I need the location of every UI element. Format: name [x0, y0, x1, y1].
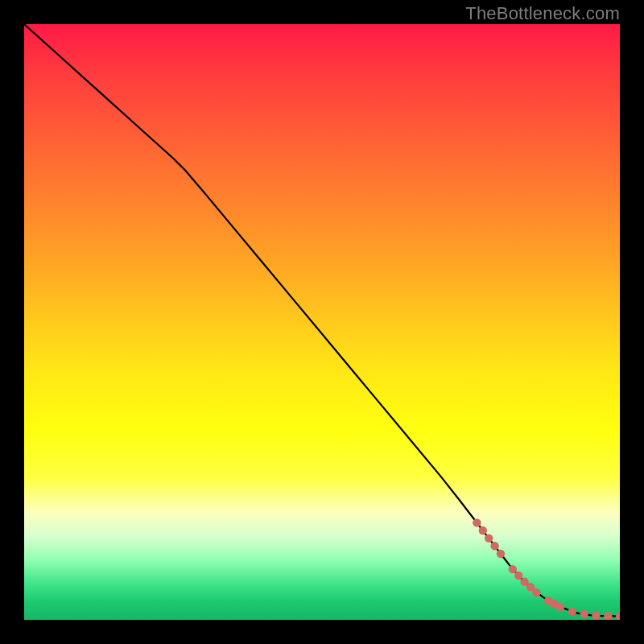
data-marker: [556, 603, 564, 611]
data-marker: [532, 588, 540, 597]
data-marker: [479, 526, 487, 535]
data-marker: [497, 550, 505, 558]
data-marker: [592, 611, 600, 619]
curve-line: [24, 24, 620, 617]
data-marker: [580, 609, 588, 617]
data-marker: [544, 597, 552, 605]
watermark-text: TheBottleneck.com: [465, 3, 620, 24]
data-marker: [485, 534, 493, 542]
data-marker: [568, 607, 576, 615]
marker-group: [473, 518, 620, 620]
chart-stage: TheBottleneck.com: [0, 0, 644, 644]
data-marker: [526, 583, 535, 591]
data-marker: [490, 542, 498, 550]
data-marker: [550, 600, 558, 608]
data-marker: [604, 612, 612, 620]
data-marker: [514, 572, 522, 580]
data-marker: [473, 518, 481, 526]
line-layer: [24, 24, 620, 620]
data-marker: [616, 612, 620, 620]
plot-area: [24, 24, 620, 620]
data-marker: [509, 565, 517, 573]
data-marker: [520, 577, 528, 585]
